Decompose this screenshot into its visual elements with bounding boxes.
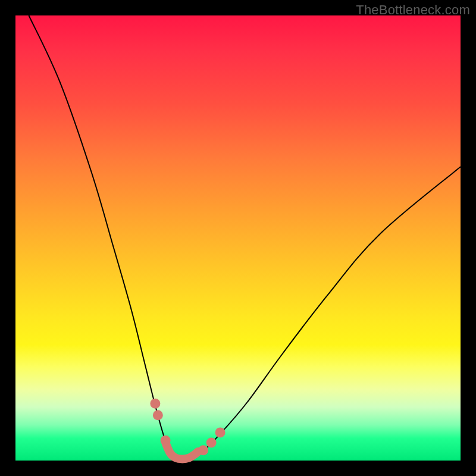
marker-dot [151, 399, 159, 408]
marker-dot [154, 411, 162, 419]
marker-dot [216, 428, 225, 437]
curve-right-branch [189, 167, 461, 459]
chart-frame [15, 15, 461, 461]
marker-group [151, 399, 224, 455]
marker-dot [161, 436, 170, 445]
chart-svg [15, 15, 461, 461]
marker-trough [166, 444, 198, 459]
curve-left-branch [29, 15, 178, 459]
marker-dot [207, 439, 216, 447]
watermark-text: TheBottleneck.com [356, 2, 470, 18]
marker-dot [199, 446, 208, 455]
